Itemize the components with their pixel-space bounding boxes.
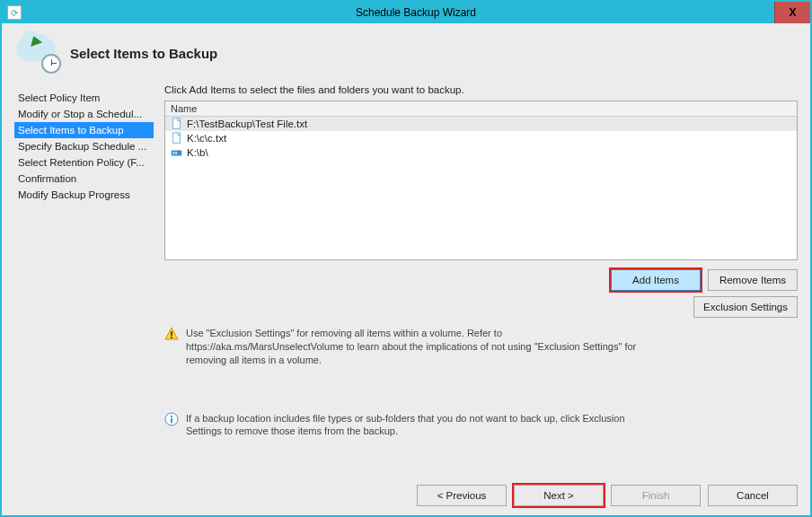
sidebar-item-label: Select Retention Policy (F... [18,157,145,168]
sidebar-item-label: Confirmation [18,173,76,184]
wizard-steps-sidebar: Select Policy Item Modify or Stop a Sche… [14,84,154,506]
sidebar-item-label: Modify Backup Progress [18,189,130,200]
sidebar-item-label: Specify Backup Schedule ... [18,141,146,152]
finish-button: Finish [611,485,701,506]
svg-rect-10 [171,416,172,417]
button-label: Exclusion Settings [703,302,788,312]
content-area: Select Items to Backup Select Policy Ite… [2,23,810,515]
app-icon: ⟳ [7,5,22,20]
svg-rect-1 [173,133,181,143]
svg-rect-7 [171,337,172,338]
button-label: Cancel [737,490,769,501]
window-title: Schedule Backup Wizard [22,6,810,19]
warning-icon [164,327,179,341]
grid-body: F:\TestBackup\Test File.txt K:\c\c.txt [165,117,797,160]
wizard-window: ⟳ Schedule Backup Wizard X Select Items … [0,0,812,517]
button-label: Finish [642,490,670,501]
titlebar: ⟳ Schedule Backup Wizard X [2,2,810,23]
item-buttons-row: Add Items Remove Items [164,269,798,291]
clock-icon [41,54,61,74]
sidebar-item-select-items[interactable]: Select Items to Backup [14,122,154,138]
button-label: Remove Items [719,275,786,285]
main-panel: Click Add Items to select the files and … [154,84,798,506]
grid-cell-name: K:\c\c.txt [187,133,226,144]
info-block: If a backup location includes file types… [164,412,649,439]
page-title: Select Items to Backup [70,46,217,61]
sidebar-item-confirmation[interactable]: Confirmation [14,171,154,187]
grid-cell-name: F:\TestBackup\Test File.txt [187,118,307,129]
sidebar-item-specify-schedule[interactable]: Specify Backup Schedule ... [14,138,154,154]
sidebar-item-retention-policy[interactable]: Select Retention Policy (F... [14,154,154,171]
sidebar-item-label: Modify or Stop a Schedul... [18,109,142,119]
warning-text: Use "Exclusion Settings" for removing al… [186,327,649,367]
body-row: Select Policy Item Modify or Stop a Sche… [14,84,798,506]
info-text: If a backup location includes file types… [186,412,649,439]
svg-rect-9 [171,418,172,423]
svg-rect-0 [173,118,181,128]
button-label: Next > [543,490,574,501]
grid-header-name: Name [165,101,797,117]
wizard-footer: < Previous Next > Finish Cancel [164,474,798,506]
exclusion-settings-button[interactable]: Exclusion Settings [693,296,798,318]
file-icon [171,118,183,130]
sidebar-item-modify-progress[interactable]: Modify Backup Progress [14,187,154,203]
button-label: < Previous [437,490,487,501]
cancel-button[interactable]: Cancel [708,485,798,506]
remove-items-button[interactable]: Remove Items [708,269,798,291]
grid-row[interactable]: K:\b\ [165,145,797,160]
grid-row[interactable]: F:\TestBackup\Test File.txt [165,117,797,131]
items-grid[interactable]: Name F:\TestBackup\Test File.txt [164,101,798,260]
sidebar-item-select-policy[interactable]: Select Policy Item [14,90,154,106]
button-label: Add Items [632,275,679,285]
sidebar-item-label: Select Policy Item [18,92,100,103]
next-button[interactable]: Next > [514,485,604,506]
file-icon [171,132,183,145]
grid-cell-name: K:\b\ [187,147,208,158]
instruction-text: Click Add Items to select the files and … [164,84,798,95]
sidebar-item-modify-stop[interactable]: Modify or Stop a Schedul... [14,106,154,122]
svg-rect-6 [171,331,172,336]
add-items-button[interactable]: Add Items [611,269,701,291]
grid-row[interactable]: K:\c\c.txt [165,131,797,145]
wizard-logo [16,34,59,72]
close-button[interactable]: X [774,2,810,23]
header-row: Select Items to Backup [16,34,798,72]
sidebar-item-label: Select Items to Backup [18,125,124,136]
svg-rect-3 [173,152,175,154]
drive-icon [171,146,183,159]
previous-button[interactable]: < Previous [417,485,507,506]
info-icon [164,412,179,426]
exclusion-row: Exclusion Settings [164,296,798,318]
warning-block: Use "Exclusion Settings" for removing al… [164,327,649,367]
svg-rect-4 [175,152,177,154]
